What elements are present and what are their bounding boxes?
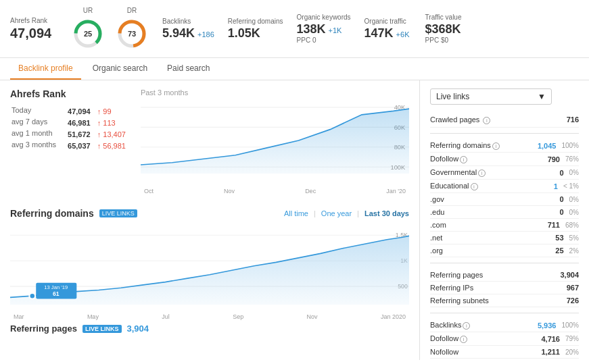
rd-com-label: .com [430, 221, 446, 229]
live-links-dropdown-label: Live links [436, 92, 469, 101]
ref-ips-stat-label: Referring IPs [430, 284, 473, 292]
bl-nofollow-pct: 20% [565, 348, 579, 356]
one-year-filter[interactable]: One year [321, 209, 352, 217]
right-stat-row: .org 25 2% [430, 244, 579, 257]
dofollow-info-icon[interactable]: i [460, 156, 467, 163]
live-links-dropdown[interactable]: Live links ▼ [430, 88, 552, 105]
rd-gov-value: 0 [559, 195, 563, 203]
referring-domains-chart: 1.5K 1K 500 13 Jan '19 61 [10, 224, 409, 312]
time-filters: All time | One year | Last 30 days [284, 209, 409, 217]
traffic-value-block: Traffic value $368K PPC $0 [425, 14, 473, 44]
chevron-down-icon: ▼ [538, 92, 546, 101]
nav-tabs: Backlink profile Organic search Paid sea… [0, 58, 589, 80]
rd-edu-value: 1 [554, 182, 558, 190]
svg-text:25: 25 [84, 30, 92, 38]
divider-1 [430, 133, 579, 134]
ref-subnets-stat-label: Referring subnets [430, 296, 489, 305]
crawled-pages-info-icon[interactable]: i [483, 117, 490, 124]
traffic-value-label: Traffic value [425, 14, 473, 21]
bl-nofollow-label: Nofollow [430, 348, 458, 356]
dr-gauge: DR 73 [115, 7, 149, 51]
x-label-jan2020: Jan 2020 [381, 313, 406, 320]
ref-subnets-stat-value: 726 [567, 296, 579, 305]
referring-domains-value: 1.05K [228, 26, 283, 41]
backlinks-stat-pct: 100% [561, 321, 579, 329]
ur-circle-chart: 25 [71, 17, 105, 51]
ref-chart-x-axis: Mar May Jul Sep Nov Jan 2020 [10, 313, 409, 320]
bl-dofollow-value: 4,716 [541, 335, 560, 343]
right-referring-domains: Referring domainsi 1,045 100% Dofollowi … [430, 139, 579, 257]
table-row: Today 47,094 ↑ 99 [11, 106, 126, 116]
rd-edu2-pct: 0% [569, 209, 579, 216]
right-stat-row: .net 53 5% [430, 232, 579, 244]
all-time-filter[interactable]: All time [284, 209, 308, 217]
right-stat-row: Governmentali 0 0% [430, 166, 579, 180]
traffic-value-ppc: PPC $0 [425, 36, 473, 44]
referring-domains-header: Referring domains LIVE LINKS All time | … [10, 208, 409, 219]
rank-row-change-1: ↑ 113 [97, 118, 126, 128]
bl-dofollow-stat-row: Dofollowi 4,716 79% [430, 332, 579, 346]
referring-pages-title: Referring pages [10, 323, 77, 334]
backlinks-info-icon[interactable]: i [463, 322, 470, 330]
referring-pages-row: Referring pages LIVE LINKS 3,904 [10, 323, 409, 334]
crawled-pages-row: Crawled pages i 716 [430, 113, 579, 128]
rank-chart-container: Past 3 months 40K 60K 80K 100K [141, 88, 409, 201]
referring-domains-section: Referring domains LIVE LINKS All time | … [10, 208, 409, 334]
dr-circle-chart: 73 [115, 17, 149, 51]
organic-traffic-value: 147K [364, 26, 394, 41]
svg-text:13 Jan '19: 13 Jan '19 [44, 284, 68, 290]
main-content: Ahrefs Rank Today 47,094 ↑ 99 avg 7 days… [0, 80, 589, 360]
bl-nofollow-stat-row: Nofollow 1,211 20% [430, 346, 579, 359]
ahrefs-rank-value: 47,094 [10, 26, 57, 41]
rd-gov-pct: 0% [569, 196, 579, 203]
rd-govt-value: 0 [559, 169, 563, 177]
right-rd-label: Referring domainsi [430, 141, 500, 150]
x-label-dec: Dec [305, 188, 316, 194]
organic-keywords-change: +1K [329, 26, 342, 34]
svg-text:73: 73 [128, 30, 136, 38]
right-panel: Live links ▼ Crawled pages i 716 Referri… [420, 80, 589, 360]
backlinks-block: Backlinks 5.94K +186 [162, 18, 214, 41]
table-row: avg 1 month 51,672 ↑ 13,407 [11, 129, 126, 139]
crawled-pages-value: 716 [567, 115, 579, 124]
rank-row-value-0: 47,094 [68, 106, 96, 116]
rd-dofollow-value: 790 [548, 155, 560, 163]
ref-ips-stat-value: 967 [567, 284, 579, 292]
backlinks-stat-value: 5,936 [538, 321, 557, 330]
backlinks-change: +186 [197, 30, 214, 38]
ur-gauge: UR 25 [71, 7, 105, 51]
ur-label: UR [83, 7, 93, 14]
ahrefs-rank-section: Ahrefs Rank Today 47,094 ↑ 99 avg 7 days… [10, 88, 409, 201]
ur-dr-gauges: UR 25 DR 73 [71, 7, 149, 51]
rd-com-pct: 68% [565, 222, 579, 229]
x-label-nov: Nov [307, 313, 318, 320]
rd-info-icon[interactable]: i [492, 142, 500, 150]
rank-chart: 40K 60K 80K 100K [141, 100, 409, 181]
ahrefs-rank-block: Ahrefs Rank 47,094 [10, 17, 57, 41]
edu-info-icon[interactable]: i [471, 183, 478, 190]
tab-backlink-profile[interactable]: Backlink profile [10, 58, 81, 80]
divider-2 [430, 263, 579, 263]
organic-traffic-block: Organic traffic 147K +6K [364, 18, 412, 41]
tab-paid-search[interactable]: Paid search [159, 58, 218, 80]
ref-pages-live-badge: LIVE LINKS [83, 325, 122, 333]
divider-3 [430, 313, 579, 313]
right-stat-row: Dofollowi 790 76% [430, 153, 579, 166]
top-metrics-bar: Ahrefs Rank 47,094 UR 25 DR 73 Backlinks… [0, 0, 589, 58]
rd-dofollow-label: Dofollowi [430, 155, 467, 163]
rd-org-value: 25 [555, 246, 563, 255]
rank-stats: Ahrefs Rank Today 47,094 ↑ 99 avg 7 days… [10, 88, 127, 201]
rd-govt-pct: 0% [569, 169, 579, 176]
govt-info-icon[interactable]: i [478, 170, 486, 177]
bl-dofollow-info-icon[interactable]: i [460, 336, 467, 343]
referring-domains-label: Referring domains [228, 18, 283, 25]
organic-keywords-block: Organic keywords 138K +1K PPC 0 [297, 14, 351, 44]
ref-domains-chart-svg: 1.5K 1K 500 13 Jan '19 61 [10, 224, 409, 312]
dr-label: DR [127, 7, 137, 14]
tab-organic-search[interactable]: Organic search [85, 58, 156, 80]
table-row: avg 7 days 46,981 ↑ 113 [11, 118, 126, 128]
right-backlinks: Backlinksi 5,936 100% Dofollowi 4,716 79… [430, 319, 579, 359]
last-30-days-filter[interactable]: Last 30 days [364, 209, 409, 217]
rank-row-label-3: avg 3 months [11, 140, 66, 151]
rd-govt-label: Governmentali [430, 168, 486, 177]
